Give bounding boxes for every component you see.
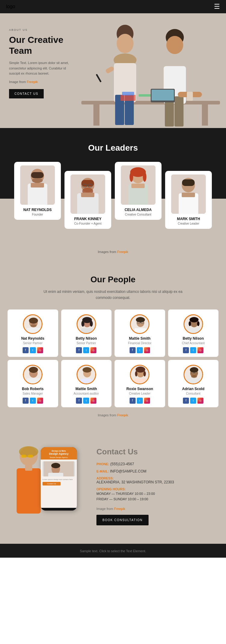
instagram-icon-2[interactable]: ◎ [144,347,150,353]
svg-rect-69 [134,328,147,334]
person-name-1: Betty Nilson [64,336,109,341]
twitter-icon-2[interactable]: t [137,347,143,353]
twitter-icon-5[interactable]: t [83,398,89,404]
facebook-icon-0[interactable]: f [23,347,29,353]
svg-point-5 [117,34,133,53]
leaders-section: Our Leaders NAT REYNOLDS [0,128,226,263]
svg-point-92 [190,367,198,373]
svg-rect-19 [121,95,136,101]
twitter-icon-3[interactable]: t [190,347,196,353]
person-role-0: Senior Partner [10,341,56,345]
contact-us-button[interactable]: CONTACT US [9,89,44,98]
people-grid: Nat Reynolds Senior Partner f t ◎ Be [8,309,218,407]
person-role-7: Consultant [171,392,216,395]
facebook-icon-4[interactable]: f [23,398,29,404]
facebook-icon-2[interactable]: f [130,347,136,353]
svg-point-28 [32,178,43,183]
leader-photo-frank [71,175,105,214]
person-role-5: Accountant-auditor [64,392,109,395]
contact-hours-row: OPENING HOURS:MONDAY — THURSDAY 10:00 – … [96,487,218,502]
svg-point-13 [166,36,183,54]
social-7: f t ◎ [171,398,216,404]
svg-point-55 [30,324,36,327]
svg-rect-22 [187,92,193,101]
twitter-icon-4[interactable]: t [30,398,36,404]
person-name-6: Roxie Swanson [117,387,163,391]
person-name-3: Betty Nilson [171,336,216,341]
social-0: f t ◎ [10,347,56,353]
svg-rect-101 [28,455,33,458]
hero-freepik-link[interactable]: Freepik [27,80,38,84]
svg-point-73 [189,321,191,326]
facebook-icon-3[interactable]: f [183,347,189,353]
twitter-icon-6[interactable]: t [137,398,143,404]
svg-rect-51 [182,193,195,197]
people-description: Ut enim ad minim veniam, quis nostrud ex… [41,289,185,301]
svg-point-54 [29,318,38,324]
svg-rect-11 [96,74,102,82]
svg-rect-30 [31,183,44,187]
svg-rect-79 [27,378,40,384]
leader-card-nat: NAT REYNOLDS Founder [14,162,61,220]
contact-freepik: Image from Freepik [96,507,218,511]
leader-name-mark: MARK SMITH [168,217,209,221]
navbar: logo ☰ [0,0,226,13]
hero-freepik-text: Image from Freepik [9,80,69,84]
person-card-2: Mattie Smith Financial Director f t ◎ [115,309,165,357]
person-role-6: Creative Leader [117,392,163,395]
leader-name-nat: NAT REYNOLDS [17,208,58,212]
instagram-icon-5[interactable]: ◎ [90,398,96,404]
instagram-icon-4[interactable]: ◎ [37,398,43,404]
instagram-icon-1[interactable]: ◎ [90,347,96,353]
instagram-icon-3[interactable]: ◎ [197,347,203,353]
leaders-cards-container: NAT REYNOLDS Founder [0,162,226,229]
svg-point-4 [122,27,128,33]
leaders-freepik-link[interactable]: Freepik [117,250,128,254]
leader-photo-mark [171,175,206,214]
svg-point-109 [51,463,60,468]
instagram-icon-6[interactable]: ◎ [144,398,150,404]
instagram-icon-0[interactable]: ◎ [37,347,43,353]
nav-logo: logo [6,4,15,9]
svg-rect-104 [25,465,32,471]
svg-rect-2 [202,104,208,126]
leader-photo-celia [121,165,155,205]
book-consultation-button[interactable]: BOOK CONSULTATION [96,515,149,525]
svg-rect-24 [152,90,174,101]
people-section: Our People Ut enim ad minim veniam, quis… [0,263,226,426]
person-card-6: Roxie Swanson Creative Leader f t ◎ [115,360,165,407]
contact-freepik-link[interactable]: Freepik [114,507,125,511]
facebook-icon-6[interactable]: f [130,398,136,404]
svg-point-72 [190,317,199,322]
instagram-icon-7[interactable]: ◎ [197,398,203,404]
people-freepik-link[interactable]: Freepik [117,413,128,417]
about-label: ABOUT US [9,28,69,31]
person-role-1: Senior Partner [64,341,109,345]
person-name-4: Bob Roberts [10,387,56,391]
hero-text: ABOUT US Our Creative Team Simple Text. … [0,13,75,107]
leaders-freepik: Images from Freepik [0,250,226,254]
svg-point-74 [197,321,199,326]
leader-name-frank: FRANK KINNEY [67,217,108,221]
facebook-icon-1[interactable]: f [76,347,82,353]
svg-rect-49 [182,179,195,186]
facebook-icon-5[interactable]: f [76,398,82,404]
contact-address-row: ADDRESS:ALEXANDRIA, 32 WASHINGTORN STR, … [96,476,218,484]
twitter-icon-1[interactable]: t [83,347,89,353]
facebook-icon-7[interactable]: f [183,398,189,404]
twitter-icon-0[interactable]: t [30,347,36,353]
footer-text: Sample text. Click to select the Text El… [80,549,146,553]
svg-point-86 [136,367,145,373]
svg-point-61 [90,321,93,327]
person-card-0: Nat Reynolds Senior Partner f t ◎ [8,309,58,357]
person-name-2: Mattie Smith [117,336,163,341]
person-role-4: Sales Manager [10,392,56,395]
svg-rect-0 [81,101,220,104]
person-role-2: Financial Director [117,341,163,345]
social-1: f t ◎ [64,347,109,353]
hero-title: Our Creative Team [9,34,69,56]
svg-point-88 [143,371,146,376]
person-card-3: Betty Nilson Chief Accountant f t ◎ [168,309,219,357]
hamburger-icon[interactable]: ☰ [214,3,220,11]
twitter-icon-7[interactable]: t [190,398,196,404]
